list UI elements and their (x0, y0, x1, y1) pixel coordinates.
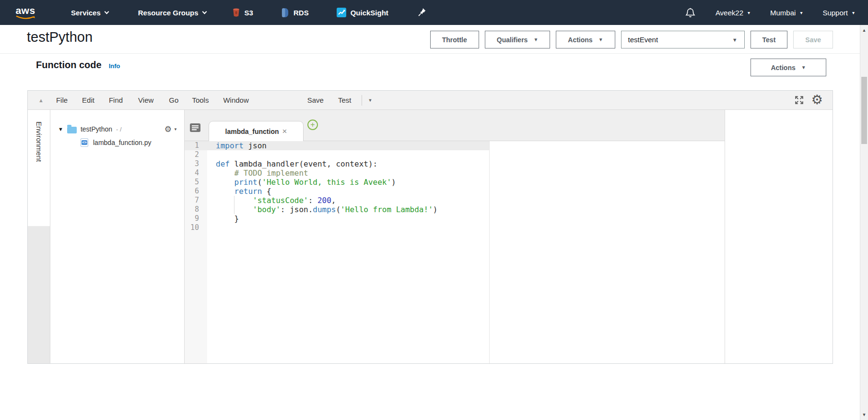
caret-down-icon: ▼ (732, 37, 738, 43)
rds-database-icon (281, 8, 289, 18)
caret-down-icon: ▼ (533, 37, 538, 42)
code-line[interactable]: 7 'statusCode': 200, (185, 196, 725, 205)
fullscreen-icon[interactable] (794, 95, 804, 105)
function-code-section-header: Function code Info (36, 60, 120, 71)
new-tab-button[interactable]: + (307, 120, 318, 130)
caret-down-icon: ▾ (748, 10, 750, 15)
line-number: 9 (185, 214, 207, 223)
chevron-down-icon (202, 9, 207, 14)
tree-folder-name: testPython (81, 125, 112, 133)
python-file-icon: <> (81, 138, 88, 147)
caret-down-icon: ▼ (598, 37, 603, 42)
nav-shortcut-quicksight[interactable]: QuickSight (337, 8, 388, 17)
scrollbar-down-arrow[interactable]: ▼ (860, 412, 868, 417)
tree-folder-row[interactable]: ▼ testPython - / ⚙ ▼ (50, 122, 184, 136)
tab-bar: lambda_function × + (185, 110, 725, 141)
pushpin-icon (417, 8, 426, 18)
caret-expanded-icon[interactable]: ▼ (58, 126, 63, 132)
throttle-button[interactable]: Throttle (430, 31, 479, 48)
caret-down-icon: ▾ (800, 10, 802, 15)
caret-down-icon: ▼ (801, 65, 806, 70)
code-line[interactable]: 3def lambda_handler(event, context): (185, 159, 725, 168)
code-line[interactable]: 6 return { (185, 187, 725, 196)
save-button[interactable]: Save (793, 31, 833, 48)
nav-right-group: Aveek22 ▾ Mumbai ▾ Support ▾ (685, 7, 855, 18)
tree-settings[interactable]: ⚙ ▼ (164, 125, 177, 133)
quicksight-icon (337, 8, 346, 17)
nav-shortcut-s3[interactable]: S3 (232, 8, 253, 17)
tree-file-row[interactable]: <> lambda_function.py (50, 136, 184, 149)
nav-services[interactable]: Services (71, 9, 108, 17)
menu-window[interactable]: Window (223, 96, 248, 104)
tab-list-icon[interactable] (189, 123, 201, 132)
collapse-panel-icon[interactable]: ▲ (38, 97, 44, 103)
code-line[interactable]: 8 'body': json.dumps('Hello from Lambda!… (185, 205, 725, 214)
tree-folder-path: - / (116, 126, 122, 133)
scrollbar-thumb[interactable] (861, 77, 867, 144)
line-number: 1 (185, 141, 207, 150)
nav-account-menu[interactable]: Aveek22 ▾ (716, 9, 750, 17)
s3-bucket-icon (232, 8, 240, 17)
editor-right-filler (725, 110, 833, 363)
nav-pin-shortcuts[interactable] (417, 8, 426, 18)
menu-find[interactable]: Find (109, 96, 123, 104)
scrollbar-up-arrow[interactable]: ▲ (860, 28, 868, 33)
line-number: 8 (185, 205, 207, 214)
tree-file-name: lambda_function.py (93, 139, 151, 146)
code-editor-widget: ▲ File Edit Find View Go Tools Window Sa… (27, 90, 833, 364)
qualifiers-button[interactable]: Qualifiers ▼ (485, 31, 551, 48)
code-lines[interactable]: 1import json23def lambda_handler(event, … (185, 141, 725, 232)
line-number: 5 (185, 178, 207, 187)
menubar-divider (362, 95, 362, 106)
line-number: 4 (185, 168, 207, 178)
code-line[interactable]: 1import json (185, 141, 725, 150)
menu-go[interactable]: Go (169, 96, 178, 104)
info-link[interactable]: Info (109, 62, 120, 70)
file-tree-panel: ▼ testPython - / ⚙ ▼ <> lambda_function.… (50, 110, 185, 363)
environment-tab[interactable]: Environment (35, 121, 43, 162)
aws-top-nav: aws Services Resource Groups S3 RDS (0, 0, 868, 25)
code-line[interactable]: 10 (185, 223, 725, 232)
section-actions-button[interactable]: Actions ▼ (751, 59, 826, 76)
menu-tools[interactable]: Tools (192, 96, 209, 104)
test-button[interactable]: Test (751, 31, 788, 48)
nav-region-menu[interactable]: Mumbai ▾ (770, 9, 802, 17)
code-line[interactable]: 4 # TODO implement (185, 168, 725, 178)
nav-resource-groups[interactable]: Resource Groups (138, 9, 206, 17)
nav-shortcut-rds[interactable]: RDS (281, 8, 309, 18)
aws-smile-icon (15, 15, 35, 20)
function-header: testPython Throttle Qualifiers ▼ Actions… (0, 25, 868, 54)
close-tab-icon[interactable]: × (282, 127, 287, 135)
section-title: Function code (36, 60, 102, 71)
code-line[interactable]: 9 } (185, 214, 725, 223)
menubar-right-icons: ⚙ (794, 94, 823, 107)
test-event-select[interactable]: testEvent ▼ (621, 31, 745, 48)
nav-support-menu[interactable]: Support ▾ (822, 9, 855, 17)
line-number: 10 (185, 223, 207, 232)
editor-pane: lambda_function × + 1import json23def la… (185, 110, 725, 363)
caret-down-icon: ▼ (174, 127, 177, 132)
chevron-down-icon (104, 9, 109, 14)
menu-file[interactable]: File (56, 96, 68, 104)
line-number: 7 (185, 196, 207, 205)
code-editor-area[interactable]: 1import json23def lambda_handler(event, … (185, 141, 725, 363)
aws-logo-text: aws (15, 5, 35, 15)
editor-tab-lambda-function[interactable]: lambda_function × (209, 121, 304, 141)
caret-down-icon: ▾ (852, 10, 855, 15)
bell-icon (685, 7, 695, 18)
page-title: testPython (27, 29, 93, 45)
code-line[interactable]: 2 (185, 150, 725, 159)
line-number: 2 (185, 150, 207, 159)
menu-edit[interactable]: Edit (82, 96, 94, 104)
settings-gear-icon[interactable]: ⚙ (811, 94, 823, 107)
code-line[interactable]: 5 print('Hello World, this is Aveek') (185, 178, 725, 187)
menu-view[interactable]: View (138, 96, 153, 104)
page-scrollbar[interactable]: ▲ ▼ (860, 25, 868, 420)
menubar-test[interactable]: Test (338, 96, 352, 104)
actions-button[interactable]: Actions ▼ (556, 31, 615, 48)
nav-notifications[interactable] (685, 7, 695, 18)
editor-body: Environment ▼ testPython - / ⚙ ▼ <> lamb… (28, 110, 833, 363)
menubar-save[interactable]: Save (307, 96, 324, 104)
aws-logo[interactable]: aws (15, 5, 35, 20)
caret-down-icon[interactable]: ▼ (368, 98, 372, 103)
